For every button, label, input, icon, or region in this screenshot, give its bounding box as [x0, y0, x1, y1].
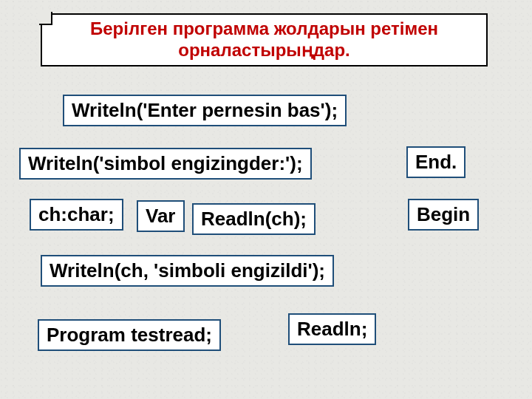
code-block-writeln-simbol[interactable]: Writeln('simbol engizingder:');	[19, 148, 312, 180]
code-block-chchar[interactable]: ch:char;	[30, 199, 123, 231]
code-block-readln[interactable]: Readln;	[288, 313, 376, 345]
code-block-end[interactable]: End.	[406, 146, 466, 178]
code-block-writeln-ch[interactable]: Writeln(ch, 'simboli engizildi');	[41, 255, 334, 287]
code-block-readln-ch[interactable]: Readln(ch);	[192, 203, 316, 235]
title-container: Берілген программа жолдарын ретімен орна…	[41, 13, 488, 66]
code-block-begin[interactable]: Begin	[408, 199, 479, 231]
code-block-program[interactable]: Program testread;	[38, 319, 221, 351]
code-block-writeln-enter[interactable]: Writeln('Enter pernesin bas');	[63, 95, 347, 126]
title-text: Берілген программа жолдарын ретімен орна…	[57, 18, 471, 61]
code-block-var[interactable]: Var	[137, 200, 185, 232]
title-corner-notch	[39, 12, 52, 25]
